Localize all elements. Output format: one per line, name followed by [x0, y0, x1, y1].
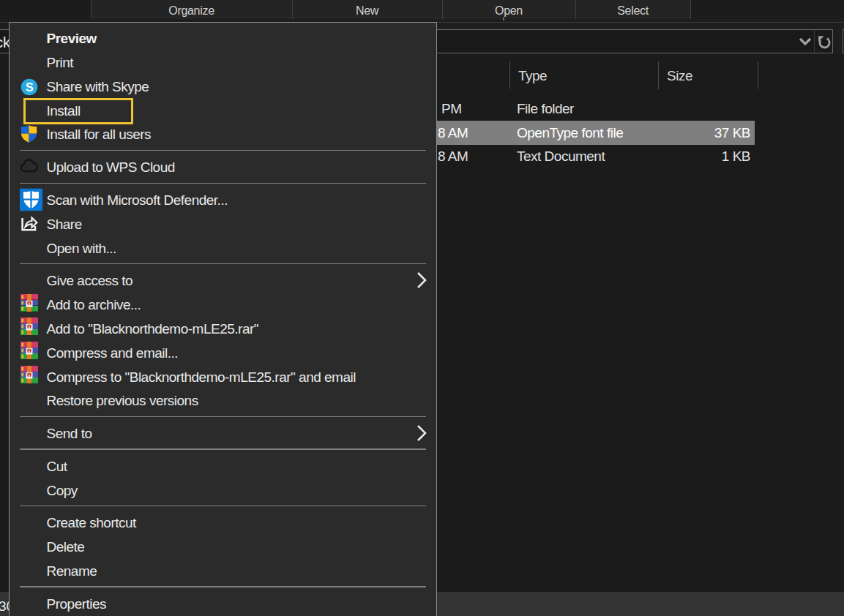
- svg-text:S: S: [25, 80, 33, 93]
